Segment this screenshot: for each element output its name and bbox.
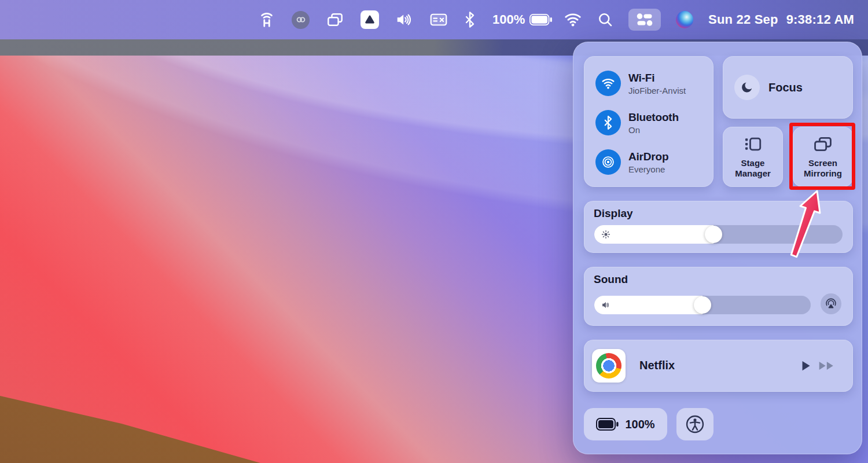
airdrop-icon	[601, 155, 616, 170]
brightness-slider-fill	[594, 225, 713, 244]
siri-icon[interactable]	[676, 11, 693, 28]
spotlight-search-icon[interactable]	[597, 12, 613, 28]
fast-forward-button[interactable]	[816, 359, 840, 375]
menubar-battery[interactable]: 100%	[492, 12, 553, 27]
battery-icon	[529, 14, 553, 25]
wifi-label: Wi-Fi	[628, 72, 686, 84]
airplay-audio-icon	[825, 297, 837, 310]
creative-cloud-icon[interactable]	[292, 11, 310, 29]
focus-label: Focus	[768, 81, 803, 94]
sound-module: Sound	[584, 267, 853, 326]
airdrop-row[interactable]: AirDrop Everyone	[595, 149, 668, 175]
airdrop-label: AirDrop	[628, 150, 668, 163]
media-module: Netflix	[584, 340, 853, 392]
personal-hotspot-icon[interactable]	[258, 11, 275, 28]
bluetooth-status: On	[628, 125, 679, 135]
screen-mirroring-menu-icon[interactable]	[326, 11, 344, 28]
sound-label: Sound	[594, 273, 628, 286]
volume-slider[interactable]	[594, 296, 811, 314]
volume-icon	[601, 300, 612, 310]
menubar-clock[interactable]: Sun 22 Sep 9:38:12 AM	[708, 12, 854, 27]
brightness-slider-knob[interactable]	[705, 226, 722, 243]
battery-tile-icon	[596, 418, 619, 431]
bluetooth-toggle[interactable]	[595, 110, 621, 135]
accessibility-tile[interactable]	[676, 408, 713, 440]
wifi-row[interactable]: Wi-Fi JioFiber-Anvist	[595, 71, 686, 96]
annotation-highlight-box	[789, 123, 855, 190]
play-icon	[798, 358, 813, 374]
stage-manager-label: Stage Manager	[723, 158, 783, 179]
moon-icon	[740, 80, 754, 94]
wifi-status: JioFiber-Anvist	[628, 86, 686, 95]
focus-toggle[interactable]	[734, 75, 760, 100]
wifi-menu-icon[interactable]	[564, 12, 582, 27]
play-button[interactable]	[798, 358, 813, 376]
brightness-icon	[601, 229, 611, 240]
menu-bar: 100%	[0, 0, 868, 39]
focus-tile[interactable]: Focus	[723, 56, 853, 119]
bluetooth-row[interactable]: Bluetooth On	[595, 110, 679, 135]
fast-forward-icon	[816, 359, 840, 373]
volume-menu-icon[interactable]	[395, 12, 414, 28]
wifi-icon	[601, 76, 616, 90]
triangle-app-icon[interactable]	[361, 10, 379, 29]
volume-slider-knob[interactable]	[694, 296, 711, 314]
clock-date: Sun 22 Sep	[708, 12, 778, 27]
media-title: Netflix	[639, 359, 675, 372]
bluetooth-menu-icon[interactable]	[464, 11, 476, 28]
chrome-logo	[596, 353, 621, 379]
bluetooth-label: Bluetooth	[628, 111, 679, 124]
airdrop-status: Everyone	[628, 164, 668, 174]
stage-manager-tile[interactable]: Stage Manager	[723, 127, 783, 187]
accessibility-icon	[685, 414, 705, 435]
battery-tile[interactable]: 100%	[584, 408, 667, 440]
wifi-toggle[interactable]	[595, 71, 621, 96]
airplay-audio-button[interactable]	[821, 293, 841, 314]
display-label: Display	[594, 207, 633, 220]
clock-time: 9:38:12 AM	[786, 12, 854, 27]
battery-tile-percent: 100%	[625, 418, 654, 431]
menubar-battery-percent: 100%	[492, 12, 525, 27]
annotation-arrow	[779, 189, 827, 260]
bluetooth-icon	[603, 115, 613, 130]
chrome-app-icon[interactable]	[592, 349, 626, 383]
control-center-icon[interactable]	[628, 9, 661, 31]
window-manager-icon[interactable]	[430, 12, 447, 27]
connectivity-tile: Wi-Fi JioFiber-Anvist Bluetooth On	[584, 56, 713, 187]
stage-manager-icon	[742, 134, 763, 154]
airdrop-toggle[interactable]	[595, 149, 621, 175]
